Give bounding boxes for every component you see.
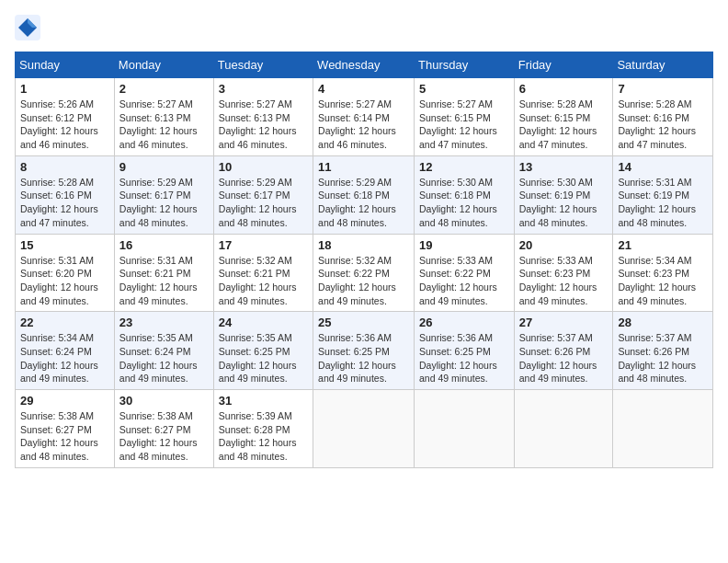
- calendar-cell: 6 Sunrise: 5:28 AM Sunset: 6:15 PM Dayli…: [514, 78, 613, 156]
- calendar-cell: 27 Sunrise: 5:37 AM Sunset: 6:26 PM Dayl…: [514, 312, 613, 390]
- day-number: 10: [219, 160, 308, 174]
- calendar-cell: 25 Sunrise: 5:36 AM Sunset: 6:25 PM Dayl…: [313, 312, 415, 390]
- day-info: Sunrise: 5:36 AM Sunset: 6:25 PM Dayligh…: [419, 331, 509, 385]
- day-number: 22: [20, 316, 109, 329]
- day-info: Sunrise: 5:35 AM Sunset: 6:25 PM Dayligh…: [219, 331, 308, 385]
- weekday-header: Sunday: [16, 52, 115, 78]
- day-info: Sunrise: 5:35 AM Sunset: 6:24 PM Dayligh…: [119, 331, 209, 385]
- day-info: Sunrise: 5:26 AM Sunset: 6:12 PM Dayligh…: [20, 98, 109, 152]
- weekday-header: Monday: [114, 52, 213, 78]
- day-number: 26: [419, 316, 509, 329]
- day-info: Sunrise: 5:37 AM Sunset: 6:26 PM Dayligh…: [618, 331, 708, 385]
- day-number: 7: [618, 82, 708, 96]
- day-info: Sunrise: 5:28 AM Sunset: 6:16 PM Dayligh…: [20, 176, 109, 230]
- day-number: 19: [419, 238, 509, 252]
- page-header: [15, 15, 713, 40]
- day-info: Sunrise: 5:37 AM Sunset: 6:26 PM Dayligh…: [519, 331, 609, 385]
- day-number: 1: [20, 82, 109, 96]
- day-number: 8: [20, 160, 109, 174]
- day-info: Sunrise: 5:30 AM Sunset: 6:19 PM Dayligh…: [519, 176, 609, 230]
- day-number: 24: [219, 316, 308, 329]
- logo-icon: [15, 15, 40, 40]
- day-number: 12: [419, 160, 509, 174]
- day-number: 11: [318, 160, 409, 174]
- calendar-cell: 10 Sunrise: 5:29 AM Sunset: 6:17 PM Dayl…: [213, 155, 313, 234]
- calendar-cell: 30 Sunrise: 5:38 AM Sunset: 6:27 PM Dayl…: [114, 390, 213, 468]
- day-info: Sunrise: 5:27 AM Sunset: 6:13 PM Dayligh…: [119, 98, 209, 152]
- day-number: 28: [618, 316, 708, 329]
- day-info: Sunrise: 5:31 AM Sunset: 6:19 PM Dayligh…: [618, 176, 708, 230]
- calendar-cell: 22 Sunrise: 5:34 AM Sunset: 6:24 PM Dayl…: [16, 312, 115, 390]
- day-info: Sunrise: 5:29 AM Sunset: 6:17 PM Dayligh…: [219, 176, 308, 230]
- day-number: 20: [519, 238, 609, 252]
- calendar-cell: 8 Sunrise: 5:28 AM Sunset: 6:16 PM Dayli…: [16, 155, 115, 234]
- calendar-cell: 7 Sunrise: 5:28 AM Sunset: 6:16 PM Dayli…: [613, 78, 713, 156]
- day-number: 9: [119, 160, 209, 174]
- day-number: 5: [419, 82, 509, 96]
- calendar-cell: 26 Sunrise: 5:36 AM Sunset: 6:25 PM Dayl…: [415, 312, 515, 390]
- calendar-cell: 28 Sunrise: 5:37 AM Sunset: 6:26 PM Dayl…: [613, 312, 713, 390]
- day-info: Sunrise: 5:31 AM Sunset: 6:21 PM Dayligh…: [119, 254, 209, 308]
- calendar-table: SundayMondayTuesdayWednesdayThursdayFrid…: [15, 52, 713, 468]
- day-number: 13: [519, 160, 609, 174]
- day-number: 15: [20, 238, 109, 252]
- calendar-cell: 15 Sunrise: 5:31 AM Sunset: 6:20 PM Dayl…: [16, 234, 115, 312]
- weekday-header: Saturday: [613, 52, 713, 78]
- calendar-cell: [613, 390, 713, 468]
- calendar-cell: 29 Sunrise: 5:38 AM Sunset: 6:27 PM Dayl…: [16, 390, 115, 468]
- day-number: 6: [519, 82, 609, 96]
- calendar-cell: [415, 390, 515, 468]
- calendar-cell: 20 Sunrise: 5:33 AM Sunset: 6:23 PM Dayl…: [514, 234, 613, 312]
- calendar-cell: 19 Sunrise: 5:33 AM Sunset: 6:22 PM Dayl…: [415, 234, 515, 312]
- day-number: 31: [219, 394, 308, 408]
- weekday-header: Friday: [514, 52, 613, 78]
- logo: [15, 15, 44, 40]
- day-info: Sunrise: 5:27 AM Sunset: 6:15 PM Dayligh…: [419, 98, 509, 152]
- day-info: Sunrise: 5:36 AM Sunset: 6:25 PM Dayligh…: [318, 331, 409, 385]
- calendar-cell: 31 Sunrise: 5:39 AM Sunset: 6:28 PM Dayl…: [213, 390, 313, 468]
- weekday-header: Tuesday: [213, 52, 313, 78]
- calendar-cell: 21 Sunrise: 5:34 AM Sunset: 6:23 PM Dayl…: [613, 234, 713, 312]
- calendar-cell: 16 Sunrise: 5:31 AM Sunset: 6:21 PM Dayl…: [114, 234, 213, 312]
- day-number: 17: [219, 238, 308, 252]
- calendar-cell: 1 Sunrise: 5:26 AM Sunset: 6:12 PM Dayli…: [16, 78, 115, 156]
- calendar-cell: 14 Sunrise: 5:31 AM Sunset: 6:19 PM Dayl…: [613, 155, 713, 234]
- day-info: Sunrise: 5:29 AM Sunset: 6:17 PM Dayligh…: [119, 176, 209, 230]
- calendar-cell: 23 Sunrise: 5:35 AM Sunset: 6:24 PM Dayl…: [114, 312, 213, 390]
- day-number: 4: [318, 82, 409, 96]
- day-info: Sunrise: 5:28 AM Sunset: 6:16 PM Dayligh…: [618, 98, 708, 152]
- day-number: 18: [318, 238, 409, 252]
- day-number: 2: [119, 82, 209, 96]
- calendar-cell: [514, 390, 613, 468]
- day-number: 29: [20, 394, 109, 408]
- day-info: Sunrise: 5:32 AM Sunset: 6:22 PM Dayligh…: [318, 254, 409, 308]
- day-number: 27: [519, 316, 609, 329]
- calendar-cell: 11 Sunrise: 5:29 AM Sunset: 6:18 PM Dayl…: [313, 155, 415, 234]
- day-info: Sunrise: 5:29 AM Sunset: 6:18 PM Dayligh…: [318, 176, 409, 230]
- day-number: 21: [618, 238, 708, 252]
- day-info: Sunrise: 5:30 AM Sunset: 6:18 PM Dayligh…: [419, 176, 509, 230]
- day-info: Sunrise: 5:32 AM Sunset: 6:21 PM Dayligh…: [219, 254, 308, 308]
- day-info: Sunrise: 5:28 AM Sunset: 6:15 PM Dayligh…: [519, 98, 609, 152]
- day-info: Sunrise: 5:34 AM Sunset: 6:23 PM Dayligh…: [618, 254, 708, 308]
- day-number: 3: [219, 82, 308, 96]
- day-info: Sunrise: 5:31 AM Sunset: 6:20 PM Dayligh…: [20, 254, 109, 308]
- day-number: 23: [119, 316, 209, 329]
- calendar-cell: 24 Sunrise: 5:35 AM Sunset: 6:25 PM Dayl…: [213, 312, 313, 390]
- day-number: 25: [318, 316, 409, 329]
- calendar-cell: 18 Sunrise: 5:32 AM Sunset: 6:22 PM Dayl…: [313, 234, 415, 312]
- weekday-header: Thursday: [415, 52, 515, 78]
- day-number: 30: [119, 394, 209, 408]
- calendar-cell: 2 Sunrise: 5:27 AM Sunset: 6:13 PM Dayli…: [114, 78, 213, 156]
- day-info: Sunrise: 5:27 AM Sunset: 6:13 PM Dayligh…: [219, 98, 308, 152]
- calendar-cell: 9 Sunrise: 5:29 AM Sunset: 6:17 PM Dayli…: [114, 155, 213, 234]
- day-info: Sunrise: 5:33 AM Sunset: 6:22 PM Dayligh…: [419, 254, 509, 308]
- calendar-cell: 5 Sunrise: 5:27 AM Sunset: 6:15 PM Dayli…: [415, 78, 515, 156]
- day-number: 14: [618, 160, 708, 174]
- day-info: Sunrise: 5:38 AM Sunset: 6:27 PM Dayligh…: [119, 409, 209, 464]
- calendar-cell: 3 Sunrise: 5:27 AM Sunset: 6:13 PM Dayli…: [213, 78, 313, 156]
- calendar-cell: 13 Sunrise: 5:30 AM Sunset: 6:19 PM Dayl…: [514, 155, 613, 234]
- day-number: 16: [119, 238, 209, 252]
- weekday-header: Wednesday: [313, 52, 415, 78]
- day-info: Sunrise: 5:34 AM Sunset: 6:24 PM Dayligh…: [20, 331, 109, 385]
